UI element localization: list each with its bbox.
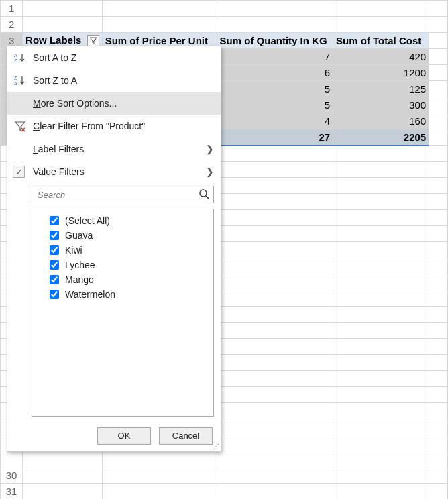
cell[interactable]: [429, 451, 448, 467]
checkbox[interactable]: [50, 290, 59, 299]
qty-cell[interactable]: 4: [217, 113, 333, 129]
cell[interactable]: [429, 323, 448, 339]
row-header[interactable]: 31: [1, 484, 23, 500]
cell[interactable]: [429, 210, 448, 226]
cell[interactable]: [217, 242, 333, 258]
total-cell[interactable]: 160: [333, 113, 429, 129]
filter-item[interactable]: Mango: [36, 272, 209, 287]
cell[interactable]: [333, 178, 429, 194]
checkbox[interactable]: [50, 245, 59, 255]
cell[interactable]: [429, 339, 448, 355]
qty-cell[interactable]: 6: [217, 65, 333, 81]
checkbox[interactable]: [50, 216, 59, 225]
cell[interactable]: [217, 419, 333, 435]
cell[interactable]: [217, 226, 333, 242]
cell[interactable]: [217, 194, 333, 210]
cell[interactable]: [217, 387, 333, 403]
cell[interactable]: [333, 355, 429, 371]
cell[interactable]: [333, 387, 429, 403]
cell[interactable]: [429, 113, 448, 129]
cell[interactable]: [429, 484, 448, 500]
cell[interactable]: [429, 1, 448, 17]
cell[interactable]: [429, 435, 448, 451]
cell[interactable]: [429, 81, 448, 97]
cell[interactable]: [429, 419, 448, 435]
total-cell[interactable]: 1200: [333, 65, 429, 81]
cell[interactable]: [23, 467, 103, 484]
cell[interactable]: [429, 371, 448, 387]
cell[interactable]: [333, 17, 429, 33]
cell[interactable]: [429, 290, 448, 307]
sort-za-item[interactable]: ZA Sort Z to A: [7, 69, 221, 92]
cell[interactable]: [23, 1, 103, 17]
cell[interactable]: [333, 419, 429, 435]
cell[interactable]: [217, 258, 333, 274]
cell[interactable]: [217, 162, 333, 178]
total-cell[interactable]: 125: [333, 81, 429, 97]
row-header[interactable]: 2: [1, 17, 23, 33]
checkbox[interactable]: [50, 231, 59, 240]
cell[interactable]: [102, 17, 217, 33]
cell[interactable]: [333, 1, 429, 17]
cancel-button[interactable]: Cancel: [159, 427, 213, 445]
cell[interactable]: [102, 484, 217, 500]
pivot-header-total[interactable]: Sum of Total Cost: [333, 33, 429, 49]
filter-item[interactable]: Guava: [36, 228, 209, 243]
cell[interactable]: [429, 387, 448, 403]
cell[interactable]: [217, 323, 333, 339]
cell[interactable]: [429, 178, 448, 194]
cell[interactable]: [23, 17, 103, 33]
cell[interactable]: [217, 451, 333, 467]
cell[interactable]: [217, 371, 333, 387]
cell[interactable]: [333, 323, 429, 339]
cell[interactable]: [333, 484, 429, 500]
qty-cell[interactable]: 5: [217, 97, 333, 113]
row-header[interactable]: 1: [1, 1, 23, 17]
cell[interactable]: [217, 355, 333, 371]
search-input-wrap[interactable]: [32, 186, 214, 203]
cell[interactable]: [333, 307, 429, 323]
cell[interactable]: [333, 371, 429, 387]
cell[interactable]: [429, 17, 448, 33]
cell[interactable]: [217, 210, 333, 226]
pivot-header-qty[interactable]: Sum of Quantity In KG: [217, 33, 333, 49]
cell[interactable]: [333, 258, 429, 274]
label-filters-item[interactable]: Label Filters ❯: [7, 137, 221, 160]
cell[interactable]: [217, 435, 333, 451]
cell[interactable]: [429, 226, 448, 242]
total-cell[interactable]: 300: [333, 97, 429, 113]
grand-total-cell[interactable]: 2205: [333, 129, 429, 146]
cell[interactable]: [429, 146, 448, 162]
cell[interactable]: [429, 242, 448, 258]
cell[interactable]: [333, 210, 429, 226]
sort-az-item[interactable]: AZ Sort A to Z: [7, 46, 221, 69]
cell[interactable]: [429, 467, 448, 484]
cell[interactable]: [333, 403, 429, 419]
cell[interactable]: [217, 1, 333, 17]
cell[interactable]: [333, 226, 429, 242]
cell[interactable]: [333, 242, 429, 258]
grand-qty-cell[interactable]: 27: [217, 129, 333, 146]
value-filters-item[interactable]: ✓ Value Filters ❯: [7, 160, 221, 183]
filter-item-list[interactable]: (Select All) Guava Kiwi Lychee Mango Wat…: [32, 209, 214, 417]
qty-cell[interactable]: 7: [217, 49, 333, 65]
filter-item[interactable]: Lychee: [36, 258, 209, 272]
more-sort-options-item[interactable]: More Sort Options...: [7, 92, 221, 115]
cell[interactable]: [333, 162, 429, 178]
cell[interactable]: [333, 146, 429, 162]
row-header[interactable]: 30: [1, 467, 23, 484]
cell[interactable]: [429, 49, 448, 65]
qty-cell[interactable]: 5: [217, 81, 333, 97]
cell[interactable]: [333, 467, 429, 484]
cell[interactable]: [102, 467, 217, 484]
cell[interactable]: [429, 65, 448, 81]
cell[interactable]: [429, 274, 448, 290]
cell[interactable]: [333, 339, 429, 355]
cell[interactable]: [23, 451, 103, 467]
cell[interactable]: [333, 290, 429, 307]
cell[interactable]: [23, 484, 103, 500]
cell[interactable]: [429, 307, 448, 323]
cell[interactable]: [429, 33, 448, 49]
cell[interactable]: [429, 129, 448, 146]
cell[interactable]: [333, 274, 429, 290]
